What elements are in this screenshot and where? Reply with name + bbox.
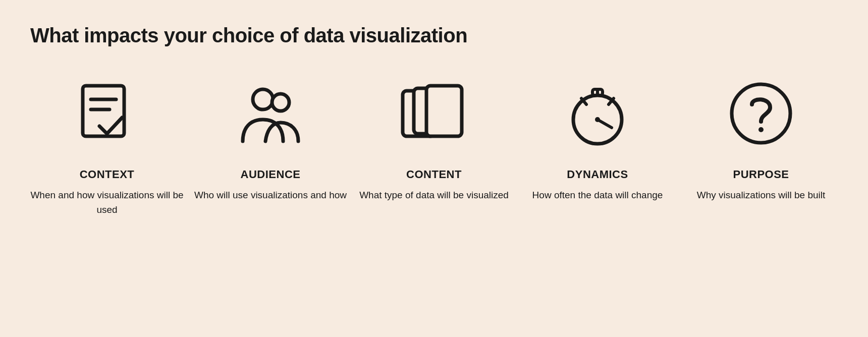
audience-icon [230,73,311,154]
audience-title: AUDIENCE [241,168,301,181]
card-dynamics: DYNAMICS How often the data will change [521,73,674,203]
purpose-title: PURPOSE [733,168,789,181]
card-purpose: PURPOSE Why visualizations will be built [684,73,838,203]
cards-row: CONTEXT When and how visualizations will… [30,73,838,217]
svg-point-15 [732,84,790,143]
context-desc: When and how visualizations will be used [30,188,184,217]
page-title: What impacts your choice of data visuali… [30,24,838,47]
content-icon [394,73,474,154]
card-audience: AUDIENCE Who will use visualizations and… [194,73,347,203]
context-icon [67,73,147,154]
purpose-icon [721,73,801,154]
card-context: CONTEXT When and how visualizations will… [30,73,184,217]
card-content: CONTENT What type of data will be visual… [357,73,511,203]
content-desc: What type of data will be visualized [359,188,509,203]
purpose-desc: Why visualizations will be built [697,188,826,203]
content-title: CONTENT [406,168,462,181]
svg-point-16 [758,127,764,132]
svg-rect-7 [426,86,462,136]
svg-point-14 [595,117,600,122]
dynamics-icon [557,73,638,154]
context-title: CONTEXT [80,168,135,181]
dynamics-title: DYNAMICS [567,168,628,181]
svg-point-4 [272,94,289,111]
svg-point-3 [253,89,273,109]
dynamics-desc: How often the data will change [532,188,663,203]
audience-desc: Who will use visualizations and how [194,188,347,203]
page-wrapper: What impacts your choice of data visuali… [30,24,838,217]
